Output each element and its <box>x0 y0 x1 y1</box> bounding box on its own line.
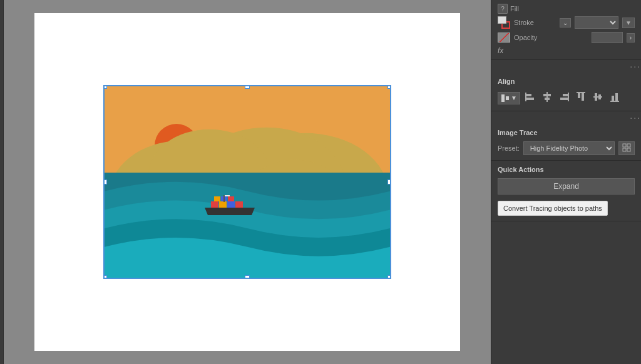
image-trace-panel-icon <box>622 143 631 152</box>
preset-label: Preset: <box>498 144 520 152</box>
svg-rect-41 <box>623 148 626 151</box>
section-more-1: ··· <box>491 60 641 73</box>
svg-rect-19 <box>501 94 505 102</box>
preset-select[interactable]: High Fidelity Photo Low Fidelity Photo 3… <box>523 141 615 155</box>
align-left-btn[interactable] <box>523 90 537 106</box>
stroke-dropdown-btn[interactable]: ▼ <box>622 18 635 28</box>
svg-rect-23 <box>526 98 534 100</box>
svg-rect-12 <box>227 201 235 208</box>
svg-rect-11 <box>219 201 227 208</box>
svg-rect-39 <box>623 144 626 147</box>
svg-rect-22 <box>526 94 531 96</box>
svg-rect-34 <box>595 93 597 101</box>
svg-rect-20 <box>506 96 509 100</box>
align-left-icon <box>525 91 536 103</box>
stroke-select[interactable] <box>575 16 618 29</box>
fx-row: fx <box>498 46 635 55</box>
fill-label: Fill <box>510 5 519 13</box>
fill-section: ? Fill Stroke ⌄ ▼ Opacity 100% <box>491 0 641 60</box>
stroke-row: Stroke ⌄ ▼ <box>498 16 635 29</box>
preset-row: Preset: High Fidelity Photo Low Fidelity… <box>498 141 635 155</box>
svg-rect-14 <box>214 196 220 201</box>
expand-button[interactable]: Expand <box>498 178 635 195</box>
svg-rect-42 <box>627 148 630 151</box>
convert-tooltip: Convert Tracing objects to paths <box>498 201 608 216</box>
svg-rect-17 <box>223 195 225 202</box>
opacity-label: Opacity <box>514 34 588 41</box>
svg-rect-16 <box>228 196 234 201</box>
align-to-icon <box>501 94 510 103</box>
svg-rect-37 <box>612 96 614 101</box>
svg-rect-29 <box>560 98 568 100</box>
fx-label: fx <box>498 46 503 55</box>
canvas-inner <box>34 13 460 351</box>
stroke-icon <box>498 16 510 29</box>
opacity-row: Opacity 100% › <box>498 32 635 43</box>
align-icons-row: ▼ <box>498 90 635 106</box>
align-top-icon <box>575 91 587 103</box>
svg-rect-18 <box>225 195 230 196</box>
align-center-h-icon <box>541 91 553 103</box>
align-center-v-btn[interactable] <box>591 90 605 106</box>
opacity-input[interactable]: 100% <box>592 32 623 43</box>
align-center-v-icon <box>592 91 603 103</box>
svg-rect-38 <box>615 93 618 101</box>
align-right-icon <box>558 91 570 103</box>
svg-rect-40 <box>627 144 630 147</box>
align-section: Align ▼ <box>491 73 641 111</box>
cargo-ship <box>202 195 258 217</box>
more-btn-2[interactable]: ··· <box>630 113 641 123</box>
convert-tooltip-container: Convert Tracing objects to paths <box>498 201 635 216</box>
svg-rect-25 <box>543 94 551 96</box>
section-more-2: ··· <box>491 111 641 124</box>
opacity-chevron[interactable]: › <box>627 33 635 43</box>
image-trace-section: Image Trace Preset: High Fidelity Photo … <box>491 124 641 161</box>
fill-row: ? Fill <box>498 4 635 14</box>
align-bottom-btn[interactable] <box>608 90 622 106</box>
svg-rect-21 <box>525 93 526 101</box>
align-bottom-icon <box>609 91 620 103</box>
handle-mr[interactable] <box>387 179 391 185</box>
image-trace-title: Image Trace <box>498 129 635 136</box>
water-waves <box>105 173 390 278</box>
quick-actions-title: Quick Actions <box>498 166 635 173</box>
right-panel: ? Fill Stroke ⌄ ▼ Opacity 100% <box>491 0 641 364</box>
image-trace-settings-btn[interactable] <box>618 141 635 155</box>
align-title: Align <box>498 78 635 85</box>
align-top-btn[interactable] <box>574 90 588 106</box>
stroke-label: Stroke <box>514 19 556 26</box>
svg-rect-27 <box>568 93 569 101</box>
handle-tl[interactable] <box>103 85 107 89</box>
svg-rect-24 <box>546 92 548 102</box>
handle-br[interactable] <box>387 275 391 279</box>
svg-rect-32 <box>582 93 584 101</box>
stroke-chevron-up[interactable]: ⌄ <box>560 18 571 28</box>
svg-rect-35 <box>598 94 601 99</box>
svg-rect-28 <box>563 94 568 96</box>
handle-tm[interactable] <box>245 85 250 89</box>
handle-bm[interactable] <box>245 275 250 279</box>
align-to-btn[interactable]: ▼ <box>498 92 520 104</box>
handle-ml[interactable] <box>103 179 107 185</box>
artwork[interactable] <box>103 85 391 279</box>
align-center-h-btn[interactable] <box>540 90 554 106</box>
svg-rect-36 <box>610 101 619 102</box>
svg-rect-13 <box>235 201 243 208</box>
svg-rect-30 <box>577 92 585 93</box>
question-mark[interactable]: ? <box>498 4 508 14</box>
svg-rect-26 <box>545 98 550 100</box>
svg-rect-31 <box>578 93 580 98</box>
handle-tr[interactable] <box>387 85 391 89</box>
handle-bl[interactable] <box>103 275 107 279</box>
svg-rect-10 <box>211 201 218 208</box>
more-btn-1[interactable]: ··· <box>630 61 641 71</box>
align-right-btn[interactable] <box>557 90 571 106</box>
quick-actions-section: Quick Actions Expand Convert Tracing obj… <box>491 161 641 221</box>
stroke-color-dropdown <box>575 16 618 29</box>
opacity-icon <box>498 33 510 43</box>
canvas-area <box>4 0 491 364</box>
